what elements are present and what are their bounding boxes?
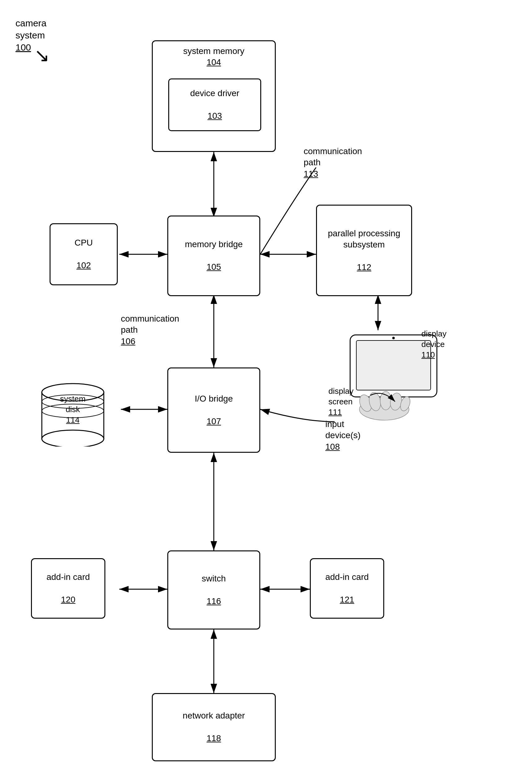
display-screen-arrow bbox=[370, 386, 401, 405]
cpu-node: CPU 102 bbox=[49, 223, 118, 285]
input-devices-label: inputdevice(s) 108 bbox=[325, 419, 361, 452]
add-in-card-121-label: add-in card bbox=[325, 571, 369, 583]
add-in-card-120-node: add-in card 120 bbox=[31, 558, 105, 619]
cpu-label: CPU bbox=[74, 237, 93, 248]
switch-label: switch bbox=[202, 573, 226, 584]
add-in-card-121-node: add-in card 121 bbox=[310, 558, 384, 619]
add-in-card-120-label: add-in card bbox=[46, 571, 90, 583]
memory-bridge-node: memory bridge 105 bbox=[167, 216, 260, 296]
diagram: system memory camerasystem 100 ↘ system … bbox=[0, 0, 532, 783]
svg-rect-14 bbox=[356, 341, 431, 390]
parallel-processing-label: parallel processing subsystem bbox=[317, 228, 411, 251]
io-bridge-label: I/O bridge bbox=[195, 393, 233, 404]
memory-bridge-label: memory bridge bbox=[185, 239, 243, 250]
system-disk-node: systemdisk114 bbox=[36, 375, 110, 446]
camera-system-label: system memory camerasystem 100 ↘ bbox=[15, 17, 46, 53]
svg-point-15 bbox=[392, 337, 395, 339]
comm-path-106-label: communicationpath 106 bbox=[121, 313, 179, 347]
network-adapter-num: 118 bbox=[207, 733, 221, 744]
system-memory-label: system memory bbox=[183, 46, 244, 56]
network-adapter-node: network adapter 118 bbox=[152, 693, 276, 761]
device-driver-num: 103 bbox=[208, 111, 222, 122]
parallel-processing-num: 112 bbox=[357, 262, 371, 273]
add-in-card-120-num: 120 bbox=[61, 594, 76, 605]
memory-bridge-num: 105 bbox=[207, 261, 221, 273]
device-driver-node: device driver 103 bbox=[168, 79, 261, 131]
switch-num: 116 bbox=[207, 596, 221, 607]
system-memory-num: 104 bbox=[207, 57, 221, 67]
io-bridge-num: 107 bbox=[207, 416, 221, 427]
comm-path-113-label: communicationpath 113 bbox=[304, 146, 362, 180]
cpu-num: 102 bbox=[76, 260, 91, 271]
system-memory-node: system memory 104 device driver 103 bbox=[152, 40, 276, 152]
parallel-processing-node: parallel processing subsystem 112 bbox=[316, 205, 412, 296]
switch-node: switch 116 bbox=[167, 551, 260, 629]
svg-point-24 bbox=[42, 430, 104, 446]
add-in-card-121-num: 121 bbox=[340, 594, 355, 605]
device-driver-label: device driver bbox=[190, 88, 239, 99]
io-bridge-node: I/O bridge 107 bbox=[167, 368, 260, 453]
network-adapter-label: network adapter bbox=[183, 710, 245, 721]
